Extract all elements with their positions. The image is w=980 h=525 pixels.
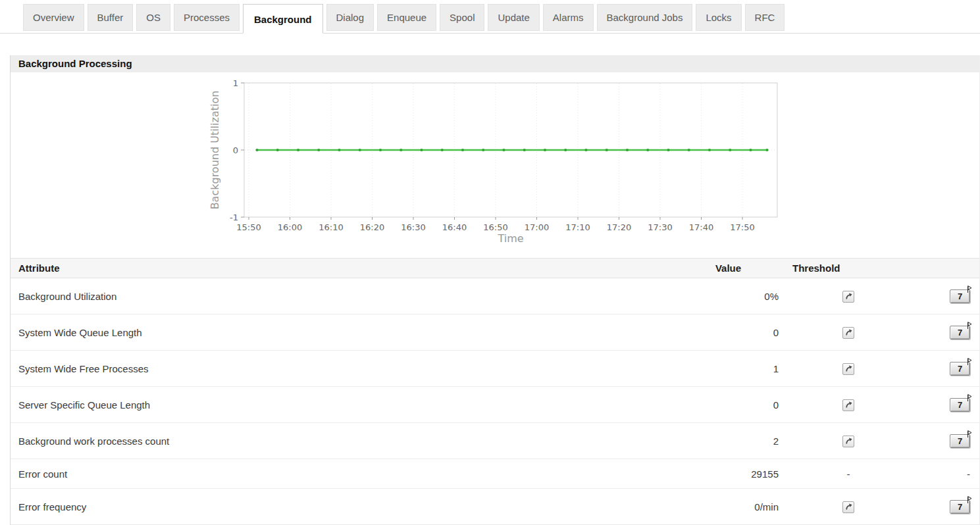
- edit-threshold-button[interactable]: [842, 327, 854, 339]
- svg-text:16:40: 16:40: [442, 222, 467, 232]
- history-cell: 7: [917, 489, 979, 525]
- utilization-chart: 15:5016:0016:1016:2016:3016:4016:5017:00…: [208, 74, 787, 246]
- svg-text:16:00: 16:00: [278, 222, 302, 232]
- tab-locks[interactable]: Locks: [696, 4, 741, 31]
- pennant-marker-icon: [967, 322, 972, 330]
- pennant-marker-icon: [967, 496, 972, 504]
- background-processing-panel: Background Processing 15:5016:0016:1016:…: [10, 55, 980, 525]
- history-cell: 7: [917, 314, 979, 351]
- edit-threshold-button[interactable]: [842, 363, 854, 375]
- svg-text:16:10: 16:10: [319, 222, 343, 232]
- curved-arrow-up-right-icon: [844, 364, 853, 373]
- attribute-label: Error count: [11, 459, 677, 489]
- history-7-days-button[interactable]: 7: [950, 289, 970, 303]
- history-7-days-button[interactable]: 7: [950, 500, 970, 514]
- table-row: Background Utilization0%7: [11, 278, 979, 314]
- pennant-marker-icon: [967, 430, 972, 438]
- attribute-label: System Wide Free Processes: [11, 351, 677, 387]
- threshold-cell: [779, 489, 917, 525]
- svg-text:0: 0: [233, 145, 238, 155]
- edit-threshold-button[interactable]: [842, 291, 854, 303]
- table-row: System Wide Queue Length07: [11, 314, 979, 351]
- curved-arrow-up-right-icon: [844, 437, 853, 445]
- attribute-value: 0/min: [677, 489, 779, 525]
- tab-overview[interactable]: Overview: [23, 4, 84, 31]
- tab-enqueue[interactable]: Enqueue: [377, 4, 436, 31]
- history-button-label: 7: [958, 502, 962, 512]
- tab-buffer[interactable]: Buffer: [88, 4, 134, 31]
- column-header-actions: [917, 259, 979, 278]
- tab-alarms[interactable]: Alarms: [543, 4, 594, 31]
- svg-text:17:20: 17:20: [607, 222, 631, 232]
- table-row: Background work processes count27: [11, 423, 979, 459]
- tab-rfc[interactable]: RFC: [745, 4, 785, 31]
- history-button-label: 7: [958, 400, 962, 410]
- table-row: Error frequency0/min7: [11, 489, 979, 525]
- attribute-value: 29155: [677, 459, 779, 489]
- threshold-cell: [779, 278, 917, 314]
- history-7-days-button[interactable]: 7: [950, 326, 970, 339]
- svg-text:16:30: 16:30: [401, 222, 425, 232]
- svg-text:16:20: 16:20: [360, 222, 384, 232]
- section-title: Background Processing: [11, 55, 979, 72]
- threshold-cell: [779, 423, 917, 459]
- history-7-days-button[interactable]: 7: [950, 434, 970, 448]
- tab-os[interactable]: OS: [136, 4, 170, 31]
- svg-text:16:50: 16:50: [483, 222, 507, 232]
- y-axis-label: Background Utilization: [209, 91, 221, 210]
- pennant-marker-icon: [967, 394, 972, 402]
- tab-processes[interactable]: Processes: [174, 4, 240, 31]
- history-cell: -: [917, 459, 979, 489]
- history-7-days-button[interactable]: 7: [950, 362, 970, 376]
- curved-arrow-up-right-icon: [844, 292, 853, 301]
- svg-text:17:40: 17:40: [689, 222, 713, 232]
- pennant-marker-icon: [967, 358, 972, 366]
- metrics-table-body: Background Utilization0%7System Wide Que…: [11, 278, 979, 525]
- attribute-value: 2: [677, 423, 779, 459]
- threshold-cell: [779, 351, 917, 387]
- history-cell: 7: [917, 351, 979, 387]
- threshold-cell: [779, 314, 917, 351]
- table-row: Server Specific Queue Length07: [11, 387, 979, 423]
- svg-text:17:30: 17:30: [648, 222, 672, 232]
- attribute-value: 1: [677, 351, 779, 387]
- pennant-marker-icon: [967, 286, 972, 293]
- tab-spool[interactable]: Spool: [440, 4, 484, 31]
- metrics-table: Attribute Value Threshold Background Uti…: [11, 258, 979, 525]
- column-header-value: Value: [677, 259, 779, 278]
- svg-text:17:10: 17:10: [565, 222, 590, 232]
- edit-threshold-button[interactable]: [842, 399, 854, 411]
- table-row: System Wide Free Processes17: [11, 351, 979, 387]
- svg-text:17:50: 17:50: [730, 222, 754, 232]
- table-header-row: Attribute Value Threshold: [11, 259, 979, 278]
- tab-background[interactable]: Background: [243, 4, 323, 34]
- attribute-value: 0: [677, 387, 779, 423]
- attribute-label: Background Utilization: [11, 278, 677, 314]
- x-axis-label: Time: [497, 232, 523, 245]
- edit-threshold-button[interactable]: [842, 501, 854, 513]
- svg-text:15:50: 15:50: [236, 222, 261, 232]
- tab-bar: OverviewBufferOSProcessesBackgroundDialo…: [0, 0, 980, 34]
- history-button-label: 7: [958, 436, 962, 446]
- tab-dialog[interactable]: Dialog: [326, 4, 374, 31]
- threshold-empty: -: [847, 468, 850, 480]
- history-cell: 7: [917, 278, 979, 314]
- tab-update[interactable]: Update: [488, 4, 539, 31]
- threshold-cell: -: [779, 459, 917, 489]
- attribute-value: 0: [677, 314, 779, 351]
- attribute-label: System Wide Queue Length: [11, 314, 677, 351]
- history-cell: 7: [917, 387, 979, 423]
- attribute-label: Background work processes count: [11, 423, 677, 459]
- chart-area: 15:5016:0016:1016:2016:3016:4016:5017:00…: [11, 72, 979, 258]
- history-7-days-button[interactable]: 7: [950, 398, 970, 412]
- threshold-cell: [779, 387, 917, 423]
- attribute-label: Error frequency: [11, 489, 677, 525]
- attribute-value: 0%: [677, 278, 779, 314]
- tab-background-jobs[interactable]: Background Jobs: [597, 4, 693, 31]
- edit-threshold-button[interactable]: [842, 436, 854, 447]
- svg-text:17:00: 17:00: [525, 222, 549, 232]
- svg-text:-1: -1: [230, 213, 238, 222]
- attribute-label: Server Specific Queue Length: [11, 387, 677, 423]
- column-header-threshold: Threshold: [779, 259, 917, 278]
- column-header-attribute: Attribute: [11, 259, 677, 278]
